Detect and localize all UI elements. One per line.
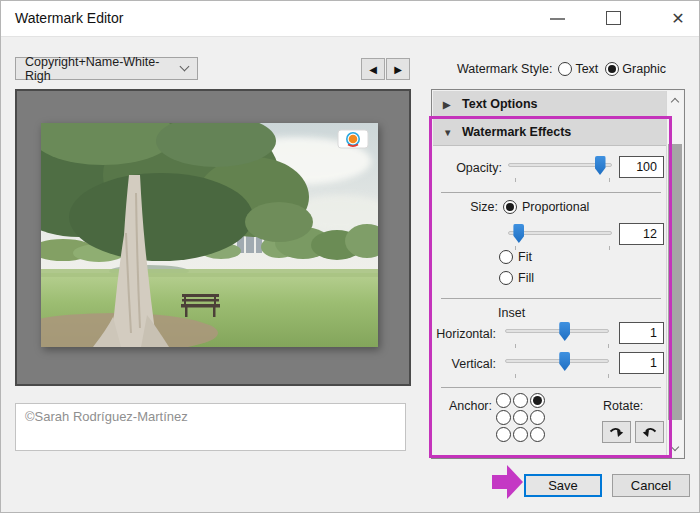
preview-area [15, 89, 411, 386]
size-proportional-option[interactable]: Size: Proportional [440, 200, 589, 214]
vertical-inset-input[interactable] [619, 352, 664, 374]
preview-photo [41, 123, 378, 347]
text-radio[interactable] [558, 62, 572, 76]
vertical-slider-track[interactable] [505, 359, 609, 363]
anchor-middle-left[interactable] [496, 410, 511, 425]
anchor-bottom-center[interactable] [513, 427, 528, 442]
watermark-text-input[interactable]: ©Sarah Rodríguez-Martínez [15, 403, 406, 451]
size-slider-thumb[interactable] [513, 224, 524, 243]
watermark-editor-dialog: Watermark Editor ✕ Copyright+Name-White-… [0, 0, 700, 513]
rotate-right-icon [609, 426, 624, 438]
options-panel: ▶ Text Options ▼ Watermark Effects Opaci… [431, 89, 685, 459]
opacity-slider[interactable] [508, 155, 612, 181]
rotate-left-button[interactable] [635, 421, 664, 443]
anchor-top-right[interactable] [530, 393, 545, 408]
anchor-middle-center[interactable] [513, 410, 528, 425]
horizontal-slider-track[interactable] [505, 329, 609, 333]
style-option-text[interactable]: Text [558, 62, 598, 76]
fit-radio[interactable] [499, 250, 513, 264]
opacity-label: Opacity: [440, 161, 502, 175]
watermark-graphic-logo [338, 130, 368, 148]
text-options-header[interactable]: ▶ Text Options [433, 91, 668, 118]
next-preset-button[interactable]: ▶ [386, 58, 410, 80]
anchor-top-left[interactable] [496, 393, 511, 408]
vertical-label: Vertical: [432, 357, 496, 371]
maximize-icon[interactable] [606, 11, 621, 25]
anchor-middle-right[interactable] [530, 410, 545, 425]
titlebar: Watermark Editor ✕ [1, 1, 699, 37]
divider [441, 298, 661, 299]
cancel-button[interactable]: Cancel [612, 474, 690, 497]
collapsed-triangle-icon: ▶ [443, 99, 453, 110]
save-button[interactable]: Save [524, 474, 602, 497]
preset-dropdown[interactable]: Copyright+Name-White-Righ [15, 57, 198, 80]
scrollbar-thumb[interactable] [668, 144, 682, 420]
fill-radio[interactable] [499, 271, 513, 285]
callout-arrow [492, 463, 523, 501]
preset-dropdown-value: Copyright+Name-White-Righ [25, 55, 181, 83]
watermark-effects-header[interactable]: ▼ Watermark Effects [433, 119, 668, 146]
watermark-text-value: ©Sarah Rodríguez-Martínez [25, 409, 188, 424]
vertical-slider-thumb[interactable] [559, 352, 570, 371]
watermark-style-group: Watermark Style: Text Graphic [457, 62, 666, 76]
divider [441, 192, 661, 193]
opacity-slider-thumb[interactable] [595, 156, 606, 175]
rotate-label: Rotate: [603, 399, 643, 413]
size-label: Size: [440, 200, 498, 214]
scroll-up-icon[interactable] [667, 92, 683, 108]
anchor-grid [496, 393, 547, 444]
horizontal-slider-thumb[interactable] [559, 322, 570, 341]
anchor-bottom-left[interactable] [496, 427, 511, 442]
scroll-down-icon[interactable] [667, 440, 683, 456]
expanded-triangle-icon: ▼ [443, 127, 453, 138]
previous-preset-button[interactable]: ◀ [361, 58, 385, 80]
size-fill-option[interactable]: Fill [499, 271, 534, 285]
window-title: Watermark Editor [15, 10, 123, 26]
minimize-icon[interactable] [550, 18, 565, 20]
divider [441, 387, 661, 388]
inset-label: Inset [498, 306, 525, 320]
horizontal-label: Horizontal: [432, 327, 496, 341]
style-option-graphic[interactable]: Graphic [605, 62, 666, 76]
close-icon[interactable]: ✕ [667, 7, 689, 29]
watermark-style-label: Watermark Style: [457, 62, 552, 76]
anchor-label: Anchor: [432, 399, 492, 413]
vertical-inset-slider[interactable] [505, 351, 609, 377]
rotate-right-button[interactable] [602, 421, 631, 443]
anchor-top-center[interactable] [513, 393, 528, 408]
horizontal-inset-slider[interactable] [505, 321, 609, 347]
horizontal-inset-input[interactable] [619, 322, 664, 344]
size-slider[interactable] [508, 223, 612, 249]
rotate-left-icon [642, 426, 657, 438]
opacity-input[interactable] [619, 156, 664, 178]
panel-scrollbar[interactable] [666, 91, 683, 457]
anchor-bottom-right[interactable] [530, 427, 545, 442]
size-input[interactable] [619, 223, 664, 245]
graphic-radio[interactable] [605, 62, 619, 76]
proportional-radio[interactable] [503, 200, 517, 214]
size-fit-option[interactable]: Fit [499, 250, 532, 264]
